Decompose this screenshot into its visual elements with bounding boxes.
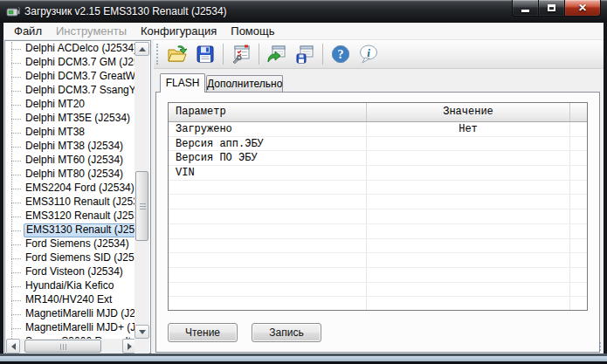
list-item[interactable]: Delphi MT38 (J2534) (6, 140, 136, 154)
list-item[interactable]: MR140/HV240 Ext (6, 293, 136, 307)
tree-connector-stub (11, 328, 21, 329)
close-button[interactable]: ✕ (564, 0, 601, 17)
app-icon[interactable] (6, 4, 20, 18)
table-row (169, 209, 587, 224)
table-row (169, 253, 587, 268)
maximize-button[interactable] (539, 0, 564, 17)
list-item[interactable]: Ford Siemens SID (J2534 (6, 251, 136, 265)
value-cell (367, 224, 570, 238)
module-settings-button[interactable] (227, 42, 255, 66)
list-item-label: Delphi ACDelco (J2534) (24, 42, 136, 56)
tree-connector-stub (11, 258, 21, 259)
tab-additional[interactable]: Дополнительно (206, 75, 283, 93)
tree-connector-stub (11, 63, 21, 64)
spacer-cell (570, 268, 587, 282)
scroll-down-button[interactable] (135, 325, 149, 339)
list-item-label: Delphi MT80 (J2534) (24, 168, 125, 182)
spacer-cell (570, 224, 587, 238)
parameter-cell (169, 195, 367, 209)
list-item[interactable]: Delphi MT20 (6, 98, 136, 112)
list-item[interactable]: Delphi ACDelco (J2534) (6, 42, 136, 56)
read-button[interactable]: Чтение (168, 323, 238, 342)
value-cell: Нет (367, 122, 570, 136)
value-cell (367, 181, 570, 195)
tree-connector-stub (11, 272, 21, 273)
list-item[interactable]: Hyundai/Kia Kefico (6, 279, 136, 293)
title-bar[interactable]: Загрузчик v2.15 EMS3130 Renault (J2534) … (0, 0, 607, 23)
tree-connector-stub (11, 147, 21, 148)
scroll-left-button[interactable] (6, 339, 20, 354)
tree-connector-stub (11, 244, 21, 245)
parameter-cell (169, 297, 367, 311)
list-item-label: EMS3120 Renault (J2534 (24, 209, 136, 223)
value-cell (367, 209, 570, 223)
menu-item[interactable]: Файл (7, 24, 49, 38)
horizontal-scrollbar-thumb[interactable] (24, 340, 101, 353)
list-item[interactable]: Delphi DCM3.7 GM (J253 (6, 56, 136, 70)
list-item[interactable]: Delphi MT80 (J2534) (6, 168, 136, 182)
save-file-button[interactable] (191, 42, 219, 66)
list-item[interactable]: Delphi DCM3.7 GreatWal (6, 70, 136, 84)
list-item[interactable]: EMS3130 Renault (J2534 (6, 223, 136, 237)
open-file-button[interactable] (163, 42, 191, 66)
device-list-viewport[interactable]: Delphi ACDelco (J2534) Delphi DCM3.7 GM … (6, 42, 136, 339)
list-item-label: Delphi MT60 (J2534) (24, 154, 125, 168)
spacer-cell (570, 239, 587, 253)
list-item[interactable]: Ford Visteon (J2534) (6, 265, 136, 279)
vertical-scrollbar[interactable] (135, 42, 149, 339)
spacer-cell (570, 195, 587, 209)
help-button[interactable]: ? (327, 42, 355, 66)
list-item[interactable]: EMS3110 Renault (J2534 (6, 196, 136, 209)
tree-connector-stub (11, 49, 21, 50)
parameter-cell: Версия ПО ЭБУ (169, 151, 367, 165)
list-item[interactable]: EMS2204 Ford (J2534) (6, 182, 136, 196)
value-cell (367, 297, 570, 311)
menu-item[interactable]: Помощь (224, 24, 281, 38)
tab-flash[interactable]: FLASH (160, 73, 205, 93)
load-from-ecu-button[interactable] (263, 42, 291, 66)
value-cell (367, 195, 570, 209)
window-title: Загрузчик v2.15 EMS3130 Renault (J2534) (24, 0, 227, 23)
list-item-label: Delphi MT38 (J2534) (24, 140, 125, 154)
table-row: VIN (169, 166, 587, 181)
table-row: Версия апп.ЭБУ (169, 137, 587, 152)
list-item[interactable]: Ford Siemens (J2534) (6, 237, 136, 251)
scroll-up-button[interactable] (135, 42, 149, 56)
menu-item[interactable]: Инструменты (49, 24, 134, 38)
table-row (169, 297, 587, 311)
list-item[interactable]: Delphi DCM3.7 SsangYo (6, 84, 136, 98)
arrow-left-icon (11, 343, 16, 350)
list-item[interactable]: Delphi MT38 (6, 126, 136, 140)
minimize-icon (521, 10, 529, 12)
vertical-scrollbar-thumb[interactable] (135, 171, 148, 241)
list-item[interactable]: Delphi MT60 (J2534) (6, 154, 136, 168)
toolbar: ? i (154, 40, 604, 69)
tree-connector-stub (11, 314, 21, 315)
toolbar-separator (223, 44, 224, 65)
save-to-ecu-button[interactable] (291, 42, 319, 66)
toolbar-grip[interactable] (156, 44, 160, 65)
menu-item[interactable]: Конфигурация (134, 24, 224, 38)
info-icon: i (358, 44, 379, 65)
list-item[interactable]: MagnetiMarelli MJD (J253 (6, 307, 136, 321)
value-cell (367, 253, 570, 267)
list-item-label: Delphi DCM3.7 SsangYo (24, 84, 136, 98)
list-item-label: Delphi MT38 (24, 126, 86, 140)
minimize-button[interactable] (512, 0, 539, 17)
tab-control: FLASH Дополнительно Параметр Значение За… (155, 73, 600, 353)
grid-header-value: Значение (367, 103, 570, 121)
list-item[interactable]: Delphi MT35E (J2534) (6, 112, 136, 126)
list-item[interactable]: EMS3120 Renault (J2534 (6, 209, 136, 223)
write-button[interactable]: Запись (252, 323, 321, 342)
list-item[interactable]: MagnetiMarelli MJD+ (J25 (6, 321, 136, 335)
list-item-label: Delphi MT20 (24, 98, 86, 112)
parameter-cell (169, 253, 367, 267)
parameter-cell (169, 268, 367, 282)
toolbar-separator (322, 44, 323, 65)
about-button[interactable]: i (355, 42, 383, 66)
arrow-up-icon (139, 47, 146, 52)
tree-connector-stub (11, 133, 21, 134)
horizontal-scrollbar[interactable] (6, 339, 136, 354)
arrow-right-icon (128, 343, 132, 350)
list-item-label: MagnetiMarelli MJD+ (J25 (24, 321, 136, 335)
